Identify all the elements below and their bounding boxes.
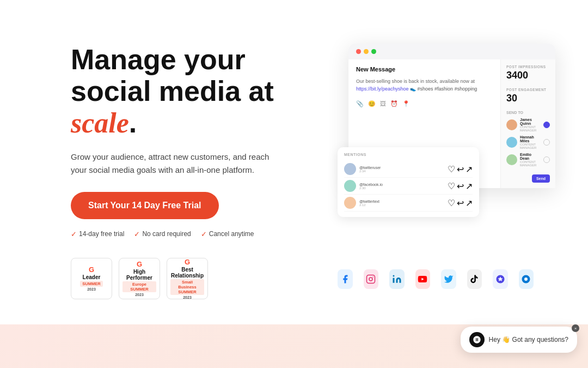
contact-james-name: James Quinn <box>520 118 541 125</box>
svg-point-7 <box>524 277 528 281</box>
left-column: Manage your social media at scale. Grow … <box>71 33 305 299</box>
linkedin-icon[interactable] <box>389 269 405 289</box>
check-icon-cancel: ✓ <box>201 230 207 238</box>
badge-leader-year: 2023 <box>87 287 96 291</box>
mention-handle-3: @twittertext <box>359 200 444 203</box>
clock-icon: ⏰ <box>390 100 398 107</box>
brand1-icon[interactable] <box>493 269 508 289</box>
message-body-text: Our best-selling shoe is back in stock, … <box>356 79 475 84</box>
share-icon-3[interactable]: ↗ <box>465 198 473 208</box>
contact-james: James Quinn CONTENT MANAGER <box>506 118 550 132</box>
badge-performer-sub: Europe SUMMER <box>122 281 156 292</box>
stat-impressions-label: POST IMPRESSIONS <box>506 65 550 69</box>
cta-button[interactable]: Start Your 14 Day Free Trial <box>71 192 219 219</box>
ui-mockup: New Message Our best-selling shoe is bac… <box>338 33 534 305</box>
contact-emilio-role: CONTENT MANAGER <box>520 160 541 167</box>
reply-icon-3[interactable]: ↩ <box>457 198 464 208</box>
location-icon: 📍 <box>402 100 410 107</box>
avatar-hannah <box>506 137 517 148</box>
contact-hannah-info: Hannah Miles CONTENT MANAGER <box>520 135 541 149</box>
instagram-icon[interactable] <box>364 269 379 289</box>
image-icon: 🖼 <box>380 100 386 107</box>
mention-avatar-1 <box>344 163 356 175</box>
badge-performer-title: High Performer <box>122 269 156 281</box>
headline-line1: Manage your <box>71 44 246 75</box>
tiktok-icon[interactable] <box>467 269 482 289</box>
svg-point-2 <box>373 276 374 277</box>
share-icon-2[interactable]: ↗ <box>465 181 473 191</box>
badge-relationship-title: Best Relationship <box>170 267 204 279</box>
headline-line2: social media at <box>71 75 274 107</box>
mention-time-2: 2:30 <box>359 186 444 190</box>
message-sidebar: POST IMPRESSIONS 3400 POST ENGAGEMENT 30… <box>501 59 555 188</box>
facebook-icon[interactable] <box>338 269 353 289</box>
badge-leader-title: Leader <box>83 274 101 280</box>
contact-emilio: Emilio Dean CONTENT MANAGER <box>506 153 550 167</box>
badges-list: G Leader SUMMER 2023 G High Performer Eu… <box>71 258 305 299</box>
contact-hannah: Hannah Miles CONTENT MANAGER <box>506 135 550 149</box>
svg-point-3 <box>393 275 394 277</box>
headline-italic: scale <box>71 107 129 138</box>
radio-james[interactable] <box>543 122 550 128</box>
mention-avatar-3 <box>344 197 356 209</box>
chat-text: Hey 👋 Got any questions? <box>489 336 568 343</box>
check-icon-card: ✓ <box>134 230 140 238</box>
subtext: Grow your audience, attract new customer… <box>71 150 278 177</box>
send-to-label: Send to <box>506 111 550 114</box>
contact-hannah-role: CONTENT MANAGER <box>520 143 541 149</box>
like-icon-2[interactable]: ♡ <box>448 181 455 191</box>
mention-row-3: @twittertext 2:12 ♡ ↩ ↗ <box>344 195 473 212</box>
headline: Manage your social media at scale. <box>71 44 305 140</box>
youtube-icon[interactable] <box>415 269 431 289</box>
mention-actions-3: ♡ ↩ ↗ <box>448 198 473 208</box>
badge-performer: G High Performer Europe SUMMER 2023 <box>119 258 160 299</box>
chat-logo <box>469 332 485 347</box>
perk-trial-text: 14-day free trial <box>79 230 124 238</box>
share-icon[interactable]: ↗ <box>465 164 473 174</box>
stat-engagement-value: 30 <box>506 93 550 104</box>
mention-row-1: @twitteruser 2:34 ♡ ↩ ↗ <box>344 161 473 178</box>
badge-relationship: G Best Relationship Small Business SUMME… <box>167 258 208 299</box>
message-link[interactable]: https://bit.ly/peachyshoe <box>356 86 409 92</box>
mention-avatar-2 <box>344 180 356 192</box>
perk-cancel: ✓ Cancel anytime <box>201 230 254 238</box>
mentions-panel: MENTIONS @twitteruser 2:34 ♡ ↩ ↗ @facebo… <box>338 147 479 217</box>
brand2-icon[interactable] <box>519 269 534 289</box>
chat-question: Got any questions? <box>512 336 568 343</box>
reply-icon-2[interactable]: ↩ <box>457 181 464 191</box>
chat-wave: 👋 <box>502 336 512 343</box>
radio-emilio[interactable] <box>543 156 550 163</box>
headline-period: . <box>129 107 137 138</box>
reply-icon[interactable]: ↩ <box>457 164 464 174</box>
badge-relationship-sub: Small Business SUMMER <box>170 279 204 295</box>
avatar-james <box>506 119 517 130</box>
mentions-label: MENTIONS <box>344 153 473 156</box>
like-icon-3[interactable]: ♡ <box>448 198 455 208</box>
perk-trial: ✓ 14-day free trial <box>71 230 124 238</box>
perk-cancel-text: Cancel anytime <box>209 230 254 238</box>
contact-james-info: James Quinn CONTENT MANAGER <box>520 118 541 132</box>
mention-handle-2: @facebook.io <box>359 183 444 186</box>
dot-green <box>371 49 376 54</box>
dot-red <box>356 49 361 54</box>
social-icons-row <box>338 269 534 289</box>
chat-widget[interactable]: × Hey 👋 Got any questions? <box>461 327 577 353</box>
mention-actions-2: ♡ ↩ ↗ <box>448 181 473 191</box>
like-icon[interactable]: ♡ <box>448 164 455 174</box>
mention-row-2: @facebook.io 2:30 ♡ ↩ ↗ <box>344 178 473 195</box>
mention-handle-1: @twitteruser <box>359 166 444 170</box>
twitter-icon[interactable] <box>441 269 456 289</box>
radio-hannah[interactable] <box>543 139 550 146</box>
browser-bar <box>348 44 555 59</box>
stat-engagement-label: POST ENGAGEMENT <box>506 88 550 92</box>
stat-impressions: POST IMPRESSIONS 3400 <box>506 65 550 81</box>
badge-leader: G Leader SUMMER 2023 <box>71 258 112 299</box>
check-icon-trial: ✓ <box>71 230 77 238</box>
send-button[interactable]: Send <box>532 174 550 183</box>
close-icon[interactable]: × <box>572 324 579 332</box>
perks-list: ✓ 14-day free trial ✓ No card required ✓… <box>71 230 305 238</box>
hero-section: Manage your social media at scale. Grow … <box>0 0 588 327</box>
svg-point-1 <box>369 277 372 281</box>
dot-yellow <box>364 49 369 54</box>
badge-relationship-year: 2023 <box>183 295 192 299</box>
